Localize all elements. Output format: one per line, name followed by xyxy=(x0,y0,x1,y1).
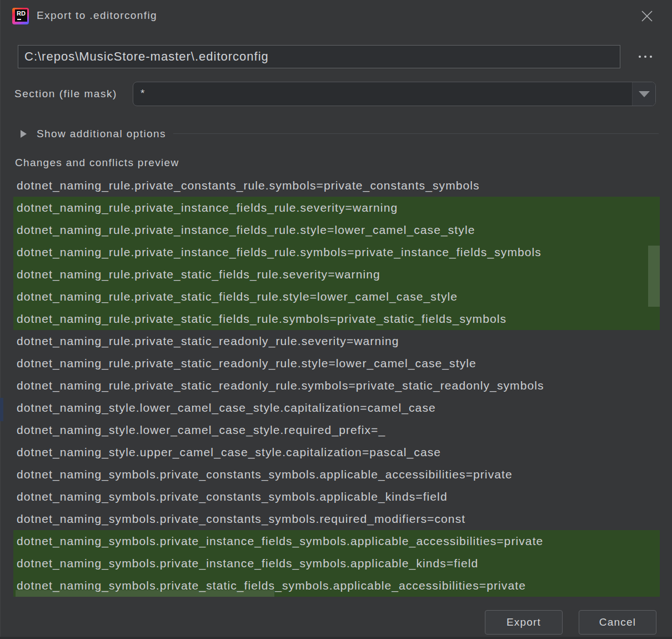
preview-row[interactable]: dotnet_naming_rule.private_static_fields… xyxy=(13,286,660,308)
preview-row[interactable]: dotnet_naming_symbols.private_constants_… xyxy=(13,463,660,486)
preview-row[interactable]: dotnet_naming_style.lower_camel_case_sty… xyxy=(13,419,660,441)
expand-triangle-icon[interactable] xyxy=(21,130,27,138)
vertical-scrollbar-thumb[interactable] xyxy=(648,246,660,307)
preview-row[interactable]: dotnet_naming_rule.private_instance_fiel… xyxy=(13,219,660,241)
dialog-title: Export to .editorconfig xyxy=(37,9,157,22)
preview-row[interactable]: dotnet_naming_symbols.private_instance_f… xyxy=(13,530,660,552)
close-icon xyxy=(640,9,654,23)
editorconfig-path-value: C:\repos\MusicStore-master\.editorconfig xyxy=(24,49,269,64)
preview-row[interactable]: dotnet_naming_style.upper_camel_case_sty… xyxy=(13,441,660,463)
file-mask-combobox[interactable]: * xyxy=(133,82,656,106)
preview-row[interactable]: dotnet_naming_rule.private_static_readon… xyxy=(13,375,660,397)
show-additional-options-label[interactable]: Show additional options xyxy=(37,128,166,140)
preview-row[interactable]: dotnet_naming_rule.private_constants_rul… xyxy=(13,174,660,197)
rider-logo-icon: RD xyxy=(12,8,29,24)
export-editorconfig-dialog: { "window": { "title": "Export to .edito… xyxy=(0,0,672,639)
export-button[interactable]: Export xyxy=(485,610,563,635)
ellipsis-icon xyxy=(639,56,641,58)
chevron-down-icon xyxy=(639,91,650,97)
separator-line xyxy=(173,133,659,134)
browse-button[interactable] xyxy=(633,49,658,64)
preview-row[interactable]: dotnet_naming_rule.private_static_readon… xyxy=(13,330,660,352)
preview-row[interactable]: dotnet_naming_style.lower_camel_case_sty… xyxy=(13,397,660,419)
window-bottom-edge xyxy=(0,637,672,639)
preview-row[interactable]: dotnet_naming_rule.private_instance_fiel… xyxy=(13,241,660,263)
background-window-strip xyxy=(0,398,3,421)
editorconfig-path-input[interactable]: C:\repos\MusicStore-master\.editorconfig xyxy=(18,45,620,68)
close-button[interactable] xyxy=(639,8,655,24)
cancel-button[interactable]: Cancel xyxy=(579,610,656,635)
preview-row[interactable]: dotnet_naming_symbols.private_constants_… xyxy=(13,486,660,508)
preview-row[interactable]: dotnet_naming_rule.private_instance_fiel… xyxy=(13,197,660,219)
preview-row[interactable]: dotnet_naming_symbols.private_instance_f… xyxy=(13,552,660,575)
section-file-mask-label: Section (file mask) xyxy=(14,88,117,100)
horizontal-scrollbar-thumb[interactable] xyxy=(16,590,274,597)
file-mask-value: * xyxy=(141,87,144,99)
preview-row[interactable]: dotnet_naming_rule.private_static_fields… xyxy=(13,263,660,286)
preview-section-label: Changes and conflicts preview xyxy=(15,157,179,169)
preview-row[interactable]: dotnet_naming_symbols.private_constants_… xyxy=(13,508,660,530)
preview-row[interactable]: dotnet_naming_rule.private_static_fields… xyxy=(13,308,660,330)
preview-row[interactable]: dotnet_naming_rule.private_static_readon… xyxy=(13,352,660,375)
window-left-edge xyxy=(0,0,1,639)
file-mask-dropdown-button[interactable] xyxy=(632,82,655,106)
preview-list: dotnet_naming_rule.private_constants_rul… xyxy=(13,174,660,597)
